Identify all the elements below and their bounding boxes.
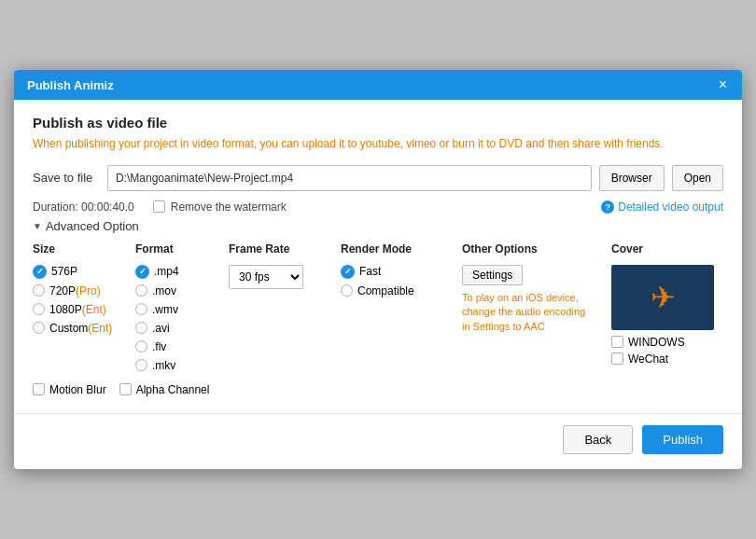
detailed-label: Detailed video output — [618, 200, 723, 214]
format-mp4-radio[interactable] — [135, 265, 149, 279]
watermark-check[interactable]: Remove the watermark — [153, 200, 287, 214]
size-1080p-radio[interactable] — [33, 303, 45, 315]
help-icon: ? — [601, 200, 614, 214]
motion-blur-option[interactable]: Motion Blur — [33, 383, 106, 396]
format-mov[interactable]: .mov — [135, 284, 229, 297]
frame-rate-column: Frame Rate 30 fps 15 fps 24 fps 60 fps — [229, 242, 341, 372]
format-mkv-radio[interactable] — [135, 359, 147, 371]
motion-blur-label: Motion Blur — [49, 383, 106, 396]
other-options-note: To play on an iOS device, change the aud… — [462, 291, 593, 334]
publish-dialog: Publish Animiz × Publish as video file W… — [14, 70, 742, 469]
browser-button[interactable]: Browser — [599, 165, 665, 191]
save-row: Save to file Browser Open — [33, 165, 723, 191]
render-fast[interactable]: Fast — [341, 265, 462, 279]
format-flv-radio[interactable] — [135, 340, 147, 352]
size-720p-radio[interactable] — [33, 284, 45, 297]
settings-button[interactable]: Settings — [462, 265, 523, 285]
close-button[interactable]: × — [717, 77, 729, 92]
render-fast-radio[interactable] — [341, 265, 355, 279]
format-wmv[interactable]: .wmv — [135, 303, 229, 316]
watermark-checkbox[interactable] — [153, 200, 165, 213]
cover-wechat[interactable]: WeChat — [611, 352, 723, 366]
motion-blur-checkbox[interactable] — [33, 383, 45, 395]
size-1080p[interactable]: 1080P(Ent) — [33, 303, 135, 316]
render-mode-column: Render Mode Fast Compatible — [341, 242, 462, 372]
save-path-input[interactable] — [107, 165, 592, 191]
size-column: Size 576P 720P(Pro) 1080P(Ent) — [33, 242, 135, 372]
cover-windows[interactable]: WINDOWS — [611, 336, 723, 349]
render-mode-header: Render Mode — [341, 242, 462, 257]
frame-rate-select[interactable]: 30 fps 15 fps 24 fps 60 fps — [229, 265, 303, 289]
advanced-grid: Size 576P 720P(Pro) 1080P(Ent) — [33, 242, 723, 372]
other-options-column: Other Options Settings To play on an iOS… — [462, 242, 611, 372]
format-flv[interactable]: .flv — [135, 340, 229, 353]
meta-row: Duration: 00:00:40.0 Remove the watermar… — [33, 200, 723, 214]
save-label: Save to file — [33, 171, 100, 185]
advanced-toggle[interactable]: ▼ Advanced Option — [33, 219, 723, 233]
render-compatible-radio[interactable] — [341, 284, 353, 297]
format-column: Format .mp4 .mov .wmv — [135, 242, 229, 372]
detailed-link[interactable]: ? Detailed video output — [601, 200, 723, 214]
info-text: When publishing your project in video fo… — [33, 136, 723, 152]
cover-header: Cover — [611, 242, 723, 257]
cover-windows-checkbox[interactable] — [611, 336, 623, 348]
cover-preview: ✈ — [611, 265, 714, 330]
size-options: 576P 720P(Pro) 1080P(Ent) Custom(Ent) — [33, 265, 135, 335]
size-576p-radio[interactable] — [33, 265, 47, 279]
render-mode-options: Fast Compatible — [341, 265, 462, 297]
format-header: Format — [135, 242, 229, 257]
cover-airplane-icon: ✈ — [651, 280, 676, 315]
format-avi[interactable]: .avi — [135, 322, 229, 335]
open-button[interactable]: Open — [672, 165, 723, 191]
format-avi-radio[interactable] — [135, 322, 147, 334]
size-720p[interactable]: 720P(Pro) — [33, 284, 135, 297]
bottom-row: Motion Blur Alpha Channel — [33, 383, 723, 400]
arrow-down-icon: ▼ — [33, 221, 42, 231]
publish-button[interactable]: Publish — [642, 425, 723, 454]
advanced-label: Advanced Option — [46, 219, 139, 233]
size-custom[interactable]: Custom(Ent) — [33, 322, 135, 335]
cover-options: WINDOWS WeChat — [611, 336, 723, 366]
dialog-content: Publish as video file When publishing yo… — [14, 100, 742, 413]
footer: Back Publish — [14, 413, 742, 469]
size-header: Size — [33, 242, 135, 257]
size-custom-radio[interactable] — [33, 322, 45, 334]
format-wmv-radio[interactable] — [135, 303, 147, 315]
title-bar: Publish Animiz × — [14, 70, 742, 100]
alpha-channel-label: Alpha Channel — [136, 383, 210, 396]
cover-wechat-checkbox[interactable] — [611, 352, 623, 365]
format-mov-radio[interactable] — [135, 284, 147, 297]
alpha-channel-checkbox[interactable] — [119, 383, 132, 395]
dialog-title: Publish Animiz — [27, 78, 114, 92]
size-576p[interactable]: 576P — [33, 265, 135, 279]
cover-column: Cover ✈ WINDOWS WeChat — [611, 242, 723, 372]
format-options: .mp4 .mov .wmv .avi — [135, 265, 229, 372]
format-mp4[interactable]: .mp4 — [135, 265, 229, 279]
frame-rate-header: Frame Rate — [229, 242, 341, 257]
section-title: Publish as video file — [33, 115, 723, 131]
format-mkv[interactable]: .mkv — [135, 359, 229, 372]
other-options-header: Other Options — [462, 242, 611, 257]
duration-label: Duration: 00:00:40.0 — [33, 200, 134, 214]
render-compatible[interactable]: Compatible — [341, 284, 462, 297]
alpha-channel-option[interactable]: Alpha Channel — [119, 383, 210, 396]
watermark-label: Remove the watermark — [171, 200, 287, 214]
back-button[interactable]: Back — [563, 425, 633, 454]
